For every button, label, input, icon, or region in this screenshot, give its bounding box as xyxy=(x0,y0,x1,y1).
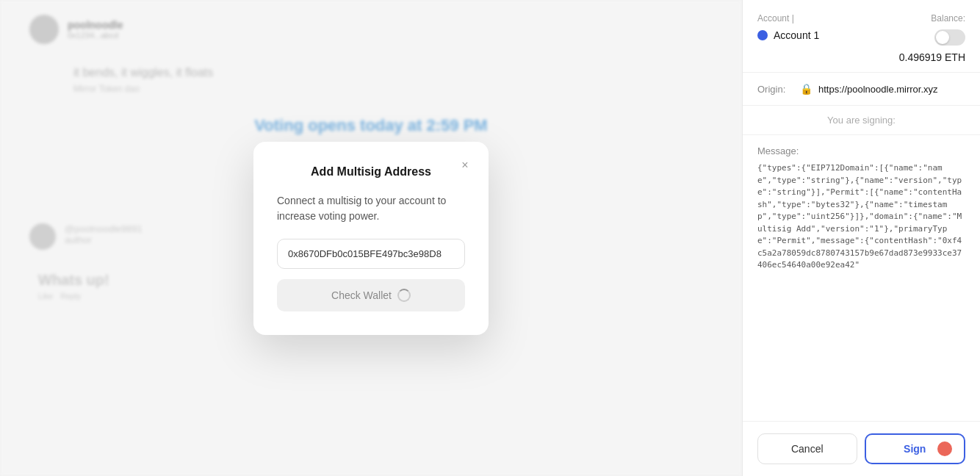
message-content: {"types":{"EIP712Domain":[{"name":"name"… xyxy=(757,162,965,272)
balance-label: Balance: xyxy=(931,13,965,24)
balance-value: 0.496919 ETH xyxy=(899,51,965,63)
lock-icon: 🔒 xyxy=(800,83,813,95)
wallet-signing-panel: Account | Account 1 Balance: 0.496919 ET… xyxy=(742,0,980,476)
signing-label: You are signing: xyxy=(743,106,980,135)
modal-header: Add Multisig Address × xyxy=(277,165,465,178)
wallet-balance-section: Balance: 0.496919 ETH xyxy=(899,13,965,63)
cancel-button[interactable]: Cancel xyxy=(757,433,857,464)
modal-description: Connect a multisig to your account to in… xyxy=(277,193,465,224)
account-label: Account | xyxy=(757,13,819,24)
check-wallet-button[interactable]: Check Wallet xyxy=(277,279,465,311)
wallet-origin-bar: Origin: 🔒 https://poolnoodle.mirror.xyz xyxy=(743,73,980,106)
wallet-actions: Cancel Sign xyxy=(743,421,980,476)
add-multisig-modal: Add Multisig Address × Connect a multisi… xyxy=(253,142,489,335)
modal-title: Add Multisig Address xyxy=(277,165,465,178)
toggle-knob xyxy=(936,31,949,44)
message-label: Message: xyxy=(757,145,965,156)
modal-overlay: Add Multisig Address × Connect a multisi… xyxy=(0,0,742,476)
origin-url: https://poolnoodle.mirror.xyz xyxy=(818,84,938,95)
cursor-indicator xyxy=(937,441,952,456)
account-name: Account 1 xyxy=(774,29,819,41)
message-section: Message: {"types":{"EIP712Domain":[{"nam… xyxy=(743,135,980,421)
check-wallet-label: Check Wallet xyxy=(331,289,392,301)
wallet-account-row: Account 1 xyxy=(757,29,819,41)
origin-label: Origin: xyxy=(757,84,794,95)
sign-button[interactable]: Sign xyxy=(865,433,966,464)
loading-spinner xyxy=(397,289,411,302)
wallet-account-section: Account | Account 1 xyxy=(757,13,819,41)
wallet-account-bar: Account | Account 1 Balance: 0.496919 ET… xyxy=(743,0,980,73)
account-dot-icon xyxy=(757,30,768,40)
multisig-address-input[interactable] xyxy=(277,239,465,269)
sign-label: Sign xyxy=(904,443,926,455)
modal-close-button[interactable]: × xyxy=(456,156,474,174)
account-toggle[interactable] xyxy=(934,29,965,46)
